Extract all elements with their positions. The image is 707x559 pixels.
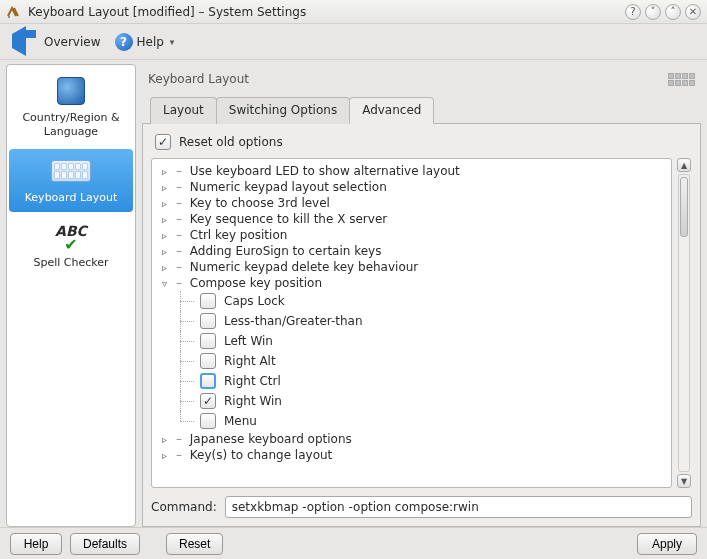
- sidebar-item-label: Spell Checker: [11, 256, 131, 270]
- expand-icon[interactable]: ▹: [162, 230, 174, 241]
- defaults-button[interactable]: Defaults: [70, 533, 140, 555]
- tree-node[interactable]: ▹– Numeric keypad delete key behaviour: [152, 259, 671, 275]
- tab-bar: Layout Switching Options Advanced: [142, 96, 701, 124]
- scroll-thumb[interactable]: [680, 177, 688, 237]
- footer: Help Defaults Reset Apply: [0, 527, 707, 559]
- apply-button[interactable]: Apply: [637, 533, 697, 555]
- expand-icon[interactable]: ▹: [162, 246, 174, 257]
- globe-icon: [57, 77, 85, 105]
- sidebar: Country/Region & Language Keyboard Layou…: [6, 64, 136, 527]
- tree-child-label: Menu: [224, 414, 257, 428]
- tab-layout[interactable]: Layout: [150, 97, 217, 124]
- check-icon: ✔: [64, 240, 77, 250]
- tree-child[interactable]: Right Ctrl: [152, 371, 671, 391]
- compose-checkbox-ltgt[interactable]: [200, 313, 216, 329]
- overview-label: Overview: [44, 35, 101, 49]
- sidebar-item-label: Country/Region & Language: [11, 111, 131, 139]
- compose-checkbox-rightalt[interactable]: [200, 353, 216, 369]
- tree-child[interactable]: Menu: [152, 411, 671, 431]
- section-title: Keyboard Layout: [148, 72, 249, 86]
- expand-icon[interactable]: ▹: [162, 450, 174, 461]
- window-minimize-button[interactable]: ˅: [645, 4, 661, 20]
- tree-node[interactable]: ▹– Key(s) to change layout: [152, 447, 671, 463]
- expand-icon[interactable]: ▹: [162, 262, 174, 273]
- command-value: setxkbmap -option -option compose:rwin: [232, 500, 479, 514]
- app-icon: [6, 4, 22, 20]
- expand-icon[interactable]: ▹: [162, 182, 174, 193]
- help-label: Help: [137, 35, 164, 49]
- tree-child-label: Left Win: [224, 334, 273, 348]
- button-label: Defaults: [83, 537, 127, 551]
- reset-old-options-label: Reset old options: [179, 135, 283, 149]
- tree-child[interactable]: Less-than/Greater-than: [152, 311, 671, 331]
- compose-checkbox-rightctrl[interactable]: [200, 373, 216, 389]
- sidebar-item-country-region[interactable]: Country/Region & Language: [9, 69, 133, 147]
- toolbar: Overview ? Help ▾: [0, 24, 707, 60]
- svg-point-0: [8, 16, 10, 18]
- window-close-button[interactable]: ✕: [685, 4, 701, 20]
- tree-node-label: Key to choose 3rd level: [190, 196, 330, 210]
- scroll-up-button[interactable]: ▲: [677, 158, 691, 172]
- compose-checkbox-menu[interactable]: [200, 413, 216, 429]
- tab-advanced[interactable]: Advanced: [349, 97, 434, 124]
- help-button[interactable]: Help: [10, 533, 62, 555]
- reset-button[interactable]: Reset: [166, 533, 223, 555]
- tab-body-advanced: Reset old options ▹– Use keyboard LED to…: [142, 124, 701, 527]
- window-maximize-button[interactable]: ˄: [665, 4, 681, 20]
- tree-child-label: Right Alt: [224, 354, 276, 368]
- tree-child-label: Right Ctrl: [224, 374, 281, 388]
- collapse-icon[interactable]: ▿: [162, 278, 174, 289]
- tree-node[interactable]: ▹– Adding EuroSign to certain keys: [152, 243, 671, 259]
- keyboard-icon: [51, 160, 91, 182]
- button-label: Reset: [179, 537, 210, 551]
- tree-node-label: Ctrl key position: [190, 228, 288, 242]
- compose-checkbox-leftwin[interactable]: [200, 333, 216, 349]
- content-panel: Keyboard Layout Layout Switching Options…: [142, 64, 701, 527]
- expand-icon[interactable]: ▹: [162, 198, 174, 209]
- overview-button[interactable]: Overview: [8, 32, 105, 52]
- tree-node-label: Key sequence to kill the X server: [190, 212, 387, 226]
- compose-checkbox-capslock[interactable]: [200, 293, 216, 309]
- window-title: Keyboard Layout [modified] – System Sett…: [28, 5, 621, 19]
- tab-switching-options[interactable]: Switching Options: [216, 97, 350, 124]
- sidebar-item-spell-checker[interactable]: ABC ✔ Spell Checker: [9, 214, 133, 278]
- scroll-down-button[interactable]: ▼: [677, 474, 691, 488]
- expand-icon[interactable]: ▹: [162, 166, 174, 177]
- tree-child[interactable]: Right Alt: [152, 351, 671, 371]
- expand-icon[interactable]: ▹: [162, 434, 174, 445]
- tree-scrollbar[interactable]: ▲ ▼: [676, 158, 692, 488]
- tree-node-compose[interactable]: ▿– Compose key position: [152, 275, 671, 291]
- button-label: Help: [24, 537, 49, 551]
- window-help-button[interactable]: ?: [625, 4, 641, 20]
- tree-node-label: Numeric keypad delete key behaviour: [190, 260, 418, 274]
- tree-node[interactable]: ▹– Japanese keyboard options: [152, 431, 671, 447]
- tree-node-label: Adding EuroSign to certain keys: [190, 244, 382, 258]
- chevron-down-icon: ▾: [170, 37, 175, 47]
- tree-child[interactable]: Left Win: [152, 331, 671, 351]
- tab-label: Switching Options: [229, 103, 337, 117]
- tree-node-label: Use keyboard LED to show alternative lay…: [190, 164, 460, 178]
- compose-checkbox-rightwin[interactable]: [200, 393, 216, 409]
- sidebar-item-label: Keyboard Layout: [11, 191, 131, 205]
- scroll-track[interactable]: [678, 174, 690, 472]
- help-menu-button[interactable]: ? Help ▾: [115, 33, 175, 51]
- tree-node[interactable]: ▹– Use keyboard LED to show alternative …: [152, 163, 671, 179]
- command-field[interactable]: setxkbmap -option -option compose:rwin: [225, 496, 692, 518]
- tree-node[interactable]: ▹– Numeric keypad layout selection: [152, 179, 671, 195]
- tree-node[interactable]: ▹– Key to choose 3rd level: [152, 195, 671, 211]
- tree-child-label: Less-than/Greater-than: [224, 314, 363, 328]
- options-tree[interactable]: ▹– Use keyboard LED to show alternative …: [151, 158, 672, 488]
- tree-child[interactable]: Caps Lock: [152, 291, 671, 311]
- reset-old-options-checkbox[interactable]: [155, 134, 171, 150]
- tree-node[interactable]: ▹– Key sequence to kill the X server: [152, 211, 671, 227]
- section-header: Keyboard Layout: [142, 64, 701, 96]
- keyboard-grid-icon: [668, 73, 695, 86]
- button-label: Apply: [652, 537, 682, 551]
- tree-node[interactable]: ▹– Ctrl key position: [152, 227, 671, 243]
- help-icon: ?: [115, 33, 133, 51]
- tree-child-label: Caps Lock: [224, 294, 285, 308]
- tree-child[interactable]: Right Win: [152, 391, 671, 411]
- tree-node-label: Numeric keypad layout selection: [190, 180, 387, 194]
- sidebar-item-keyboard-layout[interactable]: Keyboard Layout: [9, 149, 133, 213]
- expand-icon[interactable]: ▹: [162, 214, 174, 225]
